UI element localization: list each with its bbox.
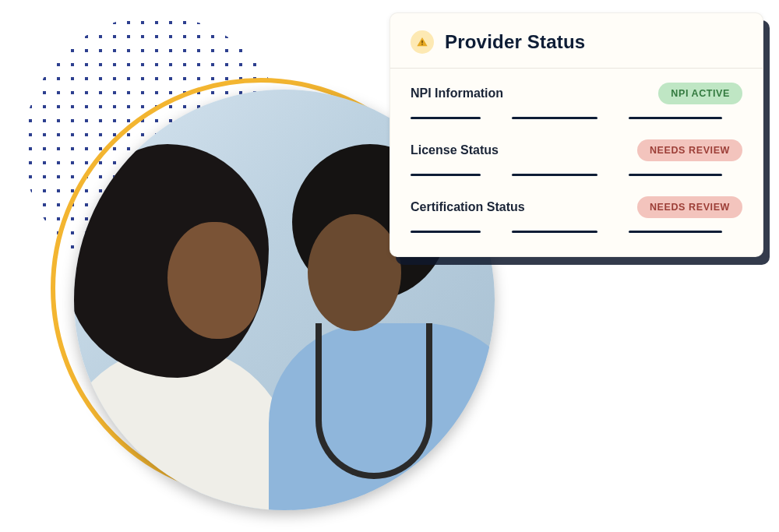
row-label: Certification Status <box>411 200 525 214</box>
status-row-license: License Status NEEDS REVIEW <box>390 125 763 182</box>
placeholder-lines <box>411 174 742 182</box>
row-label: NPI Information <box>411 86 503 100</box>
status-badge-active: NPI ACTIVE <box>658 83 742 104</box>
svg-rect-1 <box>421 44 422 44</box>
status-badge-review: NEEDS REVIEW <box>637 139 742 161</box>
card-title: Provider Status <box>445 31 585 53</box>
status-badge-review: NEEDS REVIEW <box>637 196 742 218</box>
row-label: License Status <box>411 143 499 157</box>
placeholder-lines <box>411 231 742 239</box>
card-header: Provider Status <box>390 13 763 69</box>
status-row-npi: NPI Information NPI ACTIVE <box>390 69 763 125</box>
placeholder-lines <box>411 117 742 125</box>
warning-triangle-icon <box>411 30 434 54</box>
composition: Provider Status NPI Information NPI ACTI… <box>0 0 779 532</box>
status-row-certification: Certification Status NEEDS REVIEW <box>390 182 763 239</box>
svg-rect-0 <box>421 41 422 43</box>
provider-status-card: Provider Status NPI Information NPI ACTI… <box>390 12 763 257</box>
